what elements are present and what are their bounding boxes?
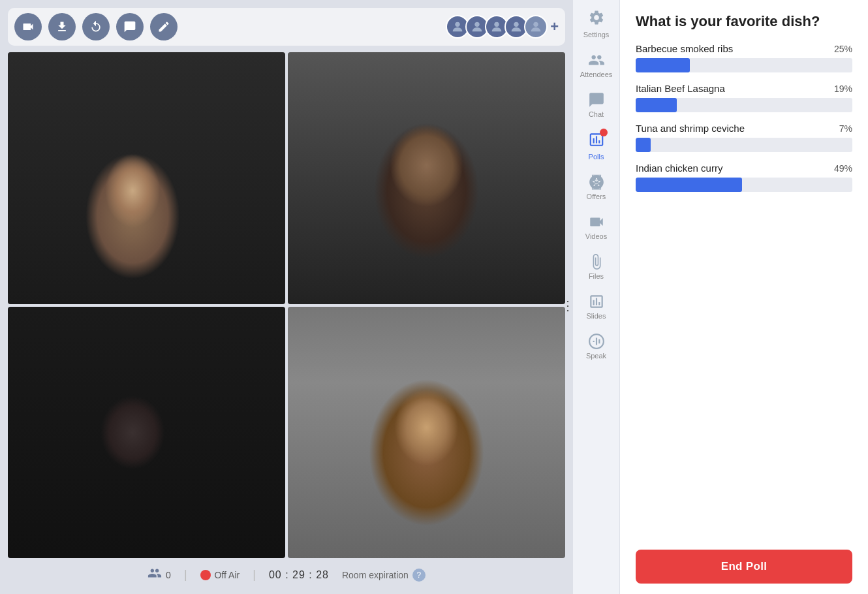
svg-point-3 bbox=[514, 22, 518, 27]
svg-point-2 bbox=[494, 22, 499, 27]
slides-label: Slides bbox=[587, 312, 606, 320]
video-cell-2 bbox=[288, 52, 565, 304]
poll-title: What is your favorite dish? bbox=[636, 13, 852, 30]
polls-panel: What is your favorite dish? Barbecue smo… bbox=[620, 0, 868, 594]
sidebar-item-polls[interactable]: Polls bbox=[576, 126, 617, 166]
video-cell-1 bbox=[8, 52, 285, 304]
attendees-label: Attendees bbox=[580, 70, 613, 78]
attendee-count: 0 bbox=[147, 566, 171, 584]
chat-toolbar-button[interactable] bbox=[116, 13, 144, 40]
timer-value: 00 : 29 : 28 bbox=[269, 569, 329, 581]
attendee-count-value: 0 bbox=[166, 570, 171, 580]
more-options-button[interactable]: ⋮ bbox=[561, 299, 574, 312]
sidebar-item-attendees[interactable]: Attendees bbox=[576, 46, 617, 84]
sidebar-item-videos[interactable]: Videos bbox=[576, 208, 617, 245]
speak-icon bbox=[588, 333, 605, 350]
poll-item-2: Italian Beef Lasagna 19% bbox=[636, 83, 852, 112]
settings-icon bbox=[588, 9, 605, 26]
poll-bar-bg-2 bbox=[636, 98, 852, 112]
slides-icon bbox=[588, 293, 605, 310]
room-exp-label: Room expiration bbox=[342, 570, 409, 580]
toolbar-controls bbox=[14, 13, 178, 40]
add-attendee-button[interactable]: + bbox=[550, 18, 559, 35]
poll-item-4-pct: 49% bbox=[834, 163, 852, 174]
chat-label: Chat bbox=[589, 110, 604, 118]
polls-badge bbox=[600, 129, 608, 136]
files-icon bbox=[588, 253, 605, 270]
sidebar-item-speak[interactable]: Speak bbox=[576, 328, 617, 365]
separator-1: | bbox=[184, 568, 187, 582]
download-button[interactable] bbox=[48, 13, 76, 40]
svg-point-1 bbox=[474, 22, 479, 27]
poll-item-2-pct: 19% bbox=[834, 84, 852, 94]
video-cell-4 bbox=[288, 307, 565, 559]
poll-bar-fill-4 bbox=[636, 178, 742, 192]
videos-icon bbox=[588, 213, 605, 230]
sidebar-item-offers[interactable]: Offers bbox=[576, 168, 617, 206]
poll-item-4: Indian chicken curry 49% bbox=[636, 163, 852, 192]
offers-label: Offers bbox=[587, 193, 606, 200]
poll-item-1-header: Barbecue smoked ribs 25% bbox=[636, 43, 852, 54]
poll-item-3-pct: 7% bbox=[839, 123, 852, 134]
poll-bar-fill-3 bbox=[636, 138, 651, 152]
poll-item-4-header: Indian chicken curry 49% bbox=[636, 163, 852, 174]
svg-point-4 bbox=[533, 22, 538, 27]
sidebar-item-settings[interactable]: Settings bbox=[576, 4, 617, 44]
settings-label: Settings bbox=[583, 31, 610, 39]
toolbar-attendees: + bbox=[446, 15, 559, 39]
camera-button[interactable] bbox=[14, 13, 42, 40]
off-air-indicator: Off Air bbox=[200, 570, 240, 580]
sidebar-item-files[interactable]: Files bbox=[576, 248, 617, 285]
attendees-icon bbox=[147, 566, 162, 584]
polls-label: Polls bbox=[589, 153, 604, 161]
avatar-5 bbox=[524, 15, 548, 39]
help-icon[interactable]: ? bbox=[412, 569, 426, 582]
video-cell-3 bbox=[8, 307, 285, 559]
toolbar: + bbox=[8, 8, 565, 46]
poll-item-1-name: Barbecue smoked ribs bbox=[636, 43, 733, 54]
off-air-label: Off Air bbox=[215, 570, 240, 580]
poll-item-3-header: Tuna and shrimp ceviche 7% bbox=[636, 123, 852, 134]
poll-item-2-header: Italian Beef Lasagna 19% bbox=[636, 83, 852, 94]
sidebar-item-chat[interactable]: Chat bbox=[576, 86, 617, 123]
poll-item-1-pct: 25% bbox=[834, 44, 852, 54]
svg-point-0 bbox=[455, 22, 459, 27]
videos-label: Videos bbox=[585, 232, 607, 240]
video-grid: ⋮ bbox=[8, 52, 565, 558]
speak-label: Speak bbox=[586, 352, 606, 360]
sidebar: Settings Attendees Chat Polls Offers bbox=[573, 0, 620, 594]
attendees-icon bbox=[588, 52, 605, 69]
replay-button[interactable] bbox=[82, 13, 110, 40]
settings-icon-wrap bbox=[588, 9, 605, 29]
poll-item-3: Tuna and shrimp ceviche 7% bbox=[636, 123, 852, 152]
end-poll-button[interactable]: End Poll bbox=[636, 550, 852, 584]
poll-bar-bg-4 bbox=[636, 178, 852, 192]
poll-item-4-name: Indian chicken curry bbox=[636, 163, 722, 174]
sidebar-item-slides[interactable]: Slides bbox=[576, 288, 617, 325]
poll-bar-fill-2 bbox=[636, 98, 677, 112]
edit-button[interactable] bbox=[150, 13, 178, 40]
off-air-dot bbox=[200, 570, 211, 580]
poll-bar-fill-1 bbox=[636, 58, 690, 72]
polls-icon-wrap bbox=[588, 131, 605, 151]
separator-2: | bbox=[253, 568, 256, 582]
poll-item-3-name: Tuna and shrimp ceviche bbox=[636, 123, 745, 134]
chat-icon bbox=[588, 91, 605, 108]
bottom-bar: 0 | Off Air | 00 : 29 : 28 Room expirati… bbox=[8, 558, 565, 586]
room-expiration: Room expiration ? bbox=[342, 569, 426, 582]
timer: 00 : 29 : 28 bbox=[269, 569, 329, 581]
poll-bar-bg-3 bbox=[636, 138, 852, 152]
poll-item-1: Barbecue smoked ribs 25% bbox=[636, 43, 852, 72]
files-label: Files bbox=[589, 272, 604, 280]
avatar-group: + bbox=[446, 15, 559, 39]
poll-bar-bg-1 bbox=[636, 58, 852, 72]
left-panel: + ⋮ 0 | Off Air | 00 : 29 : 28 bbox=[0, 0, 573, 594]
offers-icon bbox=[588, 174, 605, 191]
poll-item-2-name: Italian Beef Lasagna bbox=[636, 83, 725, 94]
